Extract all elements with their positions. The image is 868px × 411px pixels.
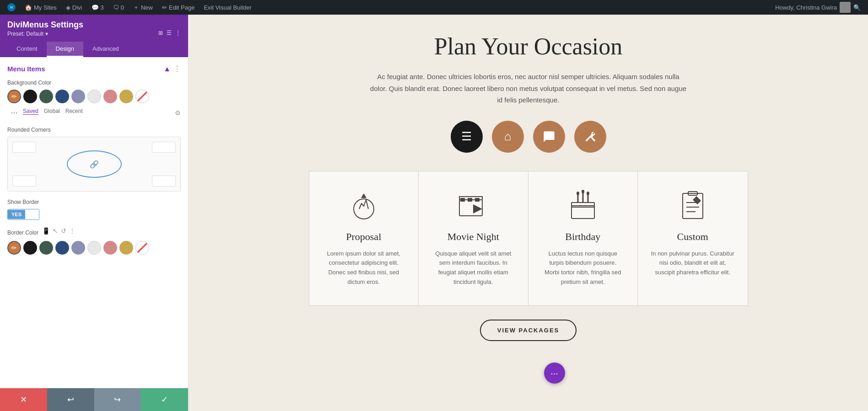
swatch-darkgreen[interactable]	[39, 90, 53, 103]
swatch-lavender[interactable]	[71, 90, 85, 103]
swatch-none[interactable]	[135, 90, 149, 103]
border-swatch-darkgreen[interactable]	[39, 241, 53, 255]
movie-night-text: Quisque aliquet velit sit amet sem inter…	[431, 249, 515, 287]
svg-rect-8	[475, 198, 479, 201]
exit-builder-item[interactable]: Exit Visual Builder	[200, 0, 255, 15]
birthday-title: Birthday	[565, 231, 600, 243]
link-icon[interactable]: 🔗	[90, 160, 99, 169]
tab-advanced[interactable]: Advanced	[83, 42, 128, 57]
confirm-button[interactable]: ✓	[141, 388, 188, 411]
toggle-box	[25, 209, 39, 219]
settings-panel: DiviMenus Settings Preset: Default ▾ ⊞ ☰…	[0, 15, 189, 411]
border-swatch-none[interactable]	[135, 241, 149, 255]
comment-count-item[interactable]: 🗨 0	[109, 0, 128, 15]
corner-tr-input[interactable]: 50%	[152, 142, 176, 153]
svg-rect-11	[571, 203, 594, 207]
border-swatch-pink[interactable]	[103, 241, 117, 255]
comment-icon: 💬	[92, 4, 99, 11]
swatch-gold[interactable]	[119, 90, 133, 103]
my-sites-item[interactable]: 🏠 My Sites	[21, 0, 60, 15]
mobile-icon[interactable]: 📱	[42, 227, 50, 235]
circle-menu[interactable]: ☰	[451, 121, 483, 153]
panel-menu-icon[interactable]: ⋮	[175, 30, 181, 36]
comments-item[interactable]: 💬 3	[88, 0, 108, 15]
corner-bl-input[interactable]: 50%	[12, 176, 36, 187]
border-swatch-lavender[interactable]	[71, 241, 85, 255]
circle-chat[interactable]	[533, 121, 565, 153]
divi-icon: ◈	[66, 4, 70, 11]
color-tab-saved[interactable]: Saved	[23, 108, 38, 115]
birthday-icon	[568, 190, 598, 222]
color-tabs: Saved Global Recent	[23, 108, 83, 115]
panel-body: Menu Items ▲ ⋮ Background Color ✏	[0, 57, 188, 388]
home-icon: 🏠	[25, 4, 32, 11]
tab-content[interactable]: Content	[7, 42, 47, 57]
toggle-yes-label: YES	[8, 210, 25, 219]
swatch-pink[interactable]	[103, 90, 117, 103]
border-swatch-black[interactable]	[23, 241, 37, 255]
swatch-navy[interactable]	[55, 90, 69, 103]
wp-logo-item[interactable]: W	[4, 0, 19, 15]
section-menu-button[interactable]: ⋮	[173, 64, 181, 73]
svg-rect-7	[468, 198, 472, 201]
toggle-row: YES	[7, 209, 181, 220]
collapse-button[interactable]: ▲	[163, 65, 171, 73]
movie-night-icon	[457, 190, 489, 222]
border-swatch-gold[interactable]	[119, 241, 133, 255]
corner-tl-input[interactable]: 50%	[12, 142, 36, 153]
comment-count-icon: 🗨	[113, 4, 119, 11]
panel-grid-icon[interactable]: ⊞	[158, 30, 163, 36]
divi-item[interactable]: ◈ Divi	[62, 0, 86, 15]
svg-point-15	[577, 192, 579, 195]
show-border-field: Show Border YES	[7, 199, 181, 220]
bg-color-swatches: ✏	[7, 90, 181, 103]
panel-header: DiviMenus Settings Preset: Default ▾ ⊞ ☰…	[0, 15, 188, 57]
swatch-white[interactable]	[87, 90, 101, 103]
color-tab-recent[interactable]: Recent	[65, 108, 83, 115]
more-swatches[interactable]: ···	[7, 108, 21, 117]
tab-design[interactable]: Design	[47, 42, 83, 57]
view-packages-button[interactable]: VIEW PACKAGES	[480, 320, 577, 341]
custom-icon	[679, 190, 706, 222]
border-swatch-white[interactable]	[87, 241, 101, 255]
card-birthday: Birthday Luctus lectus non quisque turpi…	[528, 171, 638, 305]
section-actions: ▲ ⋮	[163, 64, 181, 73]
circle-home[interactable]: ⌂	[492, 121, 524, 153]
corner-oval: 🔗	[67, 150, 122, 178]
search-icon[interactable]: 🔍	[853, 4, 861, 11]
panel-title: DiviMenus Settings	[7, 20, 181, 30]
icon-circles: ☰ ⌂	[309, 121, 748, 153]
panel-preset: Preset: Default ▾ ⊞ ☰ ⋮	[7, 31, 181, 37]
border-swatch-pen[interactable]: ✏	[7, 241, 21, 255]
border-color-toolbar: 📱 ↖ ↺ ⋮	[42, 227, 75, 235]
rounded-corners-label: Rounded Corners	[7, 127, 181, 133]
user-greeting: Howdy, Christina Gwira 🔍	[775, 2, 864, 13]
border-color-field: Border Color 📱 ↖ ↺ ⋮ ✏	[7, 227, 181, 255]
circle-tools[interactable]	[574, 121, 606, 153]
cancel-button[interactable]: ✕	[0, 388, 47, 411]
page-description: Ac feugiat ante. Donec ultricies loborti…	[368, 71, 689, 106]
proposal-text: Lorem ipsum dolor sit amet, consectetur …	[322, 249, 406, 287]
panel-columns-icon[interactable]: ☰	[167, 30, 172, 36]
color-settings-icon[interactable]: ⚙	[175, 109, 181, 117]
cards-grid: Proposal Lorem ipsum dolor sit amet, con…	[309, 171, 748, 306]
swatch-pen[interactable]: ✏	[7, 90, 21, 103]
color-tab-global[interactable]: Global	[44, 108, 60, 115]
reset-icon[interactable]: ↺	[61, 227, 66, 235]
cursor-icon[interactable]: ↖	[53, 227, 58, 235]
corner-br-input[interactable]: 50%	[152, 176, 176, 187]
edit-page-item[interactable]: ✏ Edit Page	[158, 0, 198, 15]
swatch-black[interactable]	[23, 90, 37, 103]
menu-items-title: Menu Items	[7, 65, 45, 73]
show-border-label: Show Border	[7, 199, 181, 205]
redo-button[interactable]: ↪	[94, 388, 141, 411]
undo-button[interactable]: ↩	[47, 388, 94, 411]
border-swatch-navy[interactable]	[55, 241, 69, 255]
svg-point-17	[587, 192, 589, 195]
new-item[interactable]: ＋ New	[129, 0, 156, 15]
border-color-label: Border Color	[7, 230, 38, 236]
more-icon[interactable]: ⋮	[69, 227, 75, 235]
custom-title: Custom	[677, 231, 708, 243]
show-border-toggle[interactable]: YES	[7, 209, 39, 220]
floating-action-button[interactable]: ···	[544, 363, 565, 384]
